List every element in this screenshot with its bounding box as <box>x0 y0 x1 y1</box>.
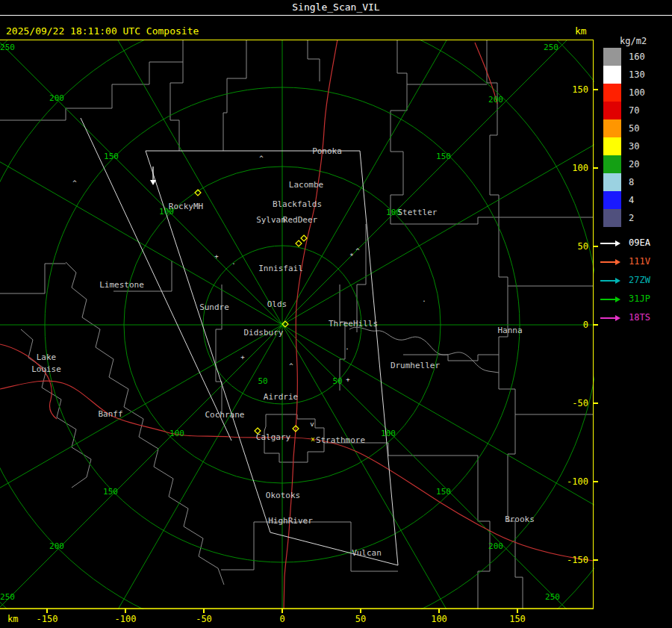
colorbar-value: 100 <box>629 87 645 98</box>
scan-area-outline <box>81 118 231 441</box>
range-label: 200 <box>49 93 64 103</box>
right-axis-tick <box>594 481 598 482</box>
storm-arrow-head <box>150 180 156 185</box>
range-label: 250 <box>0 592 15 602</box>
site-diamond <box>296 240 302 246</box>
obs-symbol: ^ <box>72 179 77 187</box>
obs-symbol: . <box>231 258 235 266</box>
colorbar-swatch-2 <box>603 209 621 227</box>
city-label: Lacombe <box>289 180 323 190</box>
right-axis-tick <box>594 89 598 90</box>
city-label: Brooks <box>505 514 535 524</box>
obs-symbol: ^ <box>259 155 264 162</box>
obs-symbol: ^ <box>289 362 293 370</box>
county-boundary <box>0 62 183 120</box>
track-arrow-head <box>615 278 620 284</box>
city-label: Sylvan <box>256 215 286 225</box>
obs-symbol: + <box>346 376 350 383</box>
colorbar-swatch-4 <box>603 191 621 209</box>
track-arrow-line <box>600 317 615 319</box>
range-label: 250 <box>545 592 560 602</box>
county-boundary <box>221 522 398 571</box>
obs-symbol: . <box>422 296 426 303</box>
range-label: 150 <box>436 487 451 497</box>
right-axis-label: 50 <box>560 241 588 252</box>
county-boundary <box>391 217 594 224</box>
city-label: Vulcan <box>352 548 382 558</box>
range-label: 250 <box>544 43 559 52</box>
colorbar-swatch-8 <box>603 173 621 191</box>
obs-symbol: * <box>349 252 353 260</box>
range-label: 100 <box>169 429 184 438</box>
bottom-axis-tick <box>281 609 283 613</box>
track-id-label: 111V <box>629 256 650 267</box>
bottom-axis-tick <box>438 609 440 613</box>
radial-line-330 <box>66 40 282 325</box>
bottom-axis-label: 100 <box>424 614 454 624</box>
obs-symbol: . <box>345 343 349 351</box>
city-label: Didsbury <box>244 328 284 338</box>
colorbar-value: 70 <box>629 105 639 116</box>
colorbar-value: 2 <box>629 213 634 223</box>
county-boundary <box>223 40 246 151</box>
colorbar-swatch-20 <box>603 155 621 173</box>
obs-symbol: + <box>240 353 245 361</box>
colorbar-swatch-130 <box>603 66 621 84</box>
range-label: 200 <box>49 541 64 551</box>
bottom-axis-label: 150 <box>503 614 532 624</box>
county-boundary <box>308 40 320 81</box>
city-label: Airdrie <box>264 392 298 402</box>
colorbar-value: 4 <box>629 195 634 205</box>
city-label: HighRiver <box>268 516 313 526</box>
colorbar-unit: kg/m2 <box>620 36 647 46</box>
range-label: 150 <box>103 487 118 497</box>
right-axis-tick <box>594 324 598 326</box>
range-label: 250 <box>0 43 15 52</box>
right-axis-label: 0 <box>560 320 588 330</box>
obs-symbol: ^ <box>355 247 360 255</box>
obs-symbol: v <box>310 420 314 428</box>
obs-symbol-yellow: x <box>311 435 315 443</box>
range-label: 150 <box>104 152 119 161</box>
range-label: 50 <box>258 376 267 386</box>
city-label: Lake <box>37 352 57 362</box>
bottom-axis-label: -50 <box>189 614 219 624</box>
city-label: Innisfail <box>258 264 303 273</box>
city-label: ThreeHills <box>329 319 378 329</box>
city-label: RockyMH <box>169 202 203 211</box>
city-label: Ponoka <box>312 146 342 156</box>
track-arrow-line <box>600 243 615 244</box>
city-label: Louise <box>31 364 61 374</box>
track-arrow-head <box>615 315 620 321</box>
city-label: Olds <box>267 299 287 309</box>
right-axis-label: 150 <box>560 84 588 95</box>
radial-line-60 <box>282 108 594 325</box>
bottom-axis-tick <box>203 609 205 613</box>
track-id-label: 31JP <box>629 293 650 304</box>
right-axis-label: -150 <box>560 555 588 565</box>
radial-line-120 <box>282 325 594 541</box>
county-boundary <box>487 40 499 217</box>
city-label: Banff <box>98 409 122 419</box>
track-arrow-line <box>600 299 615 300</box>
city-label: Cochrane <box>205 410 245 420</box>
range-label: 100 <box>381 429 396 438</box>
county-boundary <box>324 443 490 609</box>
radar-app-window: Single_Scan_VIL 2025/09/22 18:11:00 UTC … <box>0 0 672 628</box>
right-axis-label: -50 <box>560 398 588 408</box>
bottom-axis-label: 0 <box>267 614 297 624</box>
radar-map: 2502001501002502001501001502002501502002… <box>0 40 594 609</box>
radial-line-210 <box>66 325 282 609</box>
city-label: Okotoks <box>266 491 300 500</box>
bottom-axis-tick <box>125 609 126 613</box>
county-boundary <box>403 355 499 361</box>
county-boundary <box>0 264 66 293</box>
right-axis-unit: km <box>575 25 587 37</box>
city-label: Blackfalds <box>273 199 322 209</box>
track-id-label: 18TS <box>629 312 650 323</box>
range-label: 200 <box>488 541 503 551</box>
city-label: Stettler <box>398 208 438 217</box>
range-label: 200 <box>488 95 503 105</box>
bottom-axis-label: -100 <box>111 614 140 624</box>
track-arrow-head <box>615 296 620 302</box>
